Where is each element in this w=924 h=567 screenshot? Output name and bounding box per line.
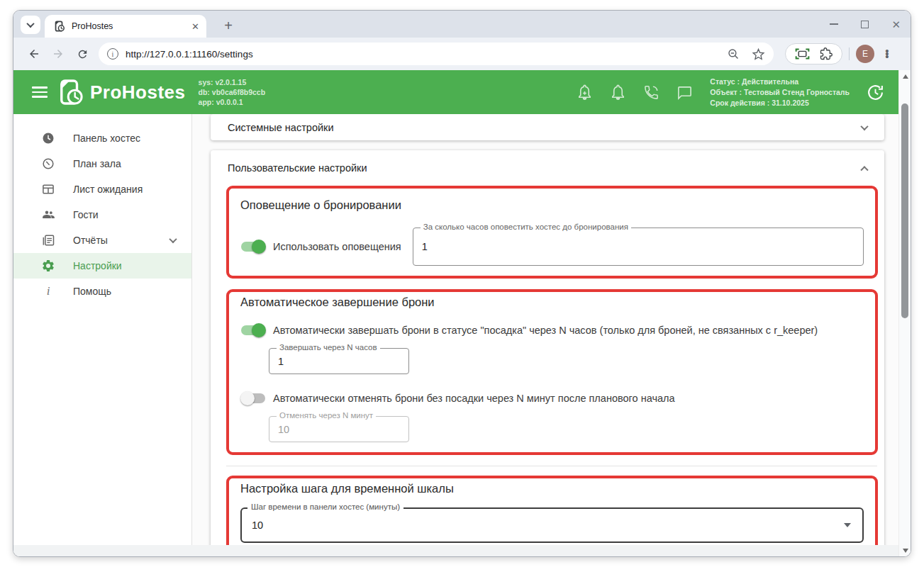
vertical-scrollbar[interactable] <box>898 70 911 556</box>
field-label: Отменять через N минут <box>277 411 376 420</box>
app-viewport: ProHostes sys: v2.0.1.15 db: vb0ca6f8b9c… <box>13 70 911 556</box>
license-info: Статус : Действительна Объект : Тестовый… <box>710 77 850 108</box>
hamburger-menu-icon[interactable] <box>32 86 48 98</box>
use-notifications-toggle[interactable] <box>240 240 266 254</box>
new-tab-button[interactable]: + <box>218 15 239 36</box>
info-icon: i <box>40 284 56 298</box>
bookmark-star-icon[interactable] <box>752 47 765 61</box>
maximize-button[interactable] <box>861 21 869 28</box>
group-heading: Автоматическое завершение брони <box>240 296 864 309</box>
bell-plus-icon <box>577 84 593 101</box>
build-app: app: v0.0.0.1 <box>199 97 266 107</box>
bottom-scroll-strip <box>13 545 898 556</box>
sidebar-item-hostess-panel[interactable]: Панель хостес <box>13 125 191 151</box>
tab-close-icon[interactable]: ✕ <box>191 22 199 31</box>
panel-system-settings[interactable]: Системные настройки <box>211 114 884 140</box>
gear-icon <box>40 259 56 273</box>
favicon-icon <box>55 21 65 32</box>
toggle-label: Автоматически завершать брони в статусе … <box>273 325 818 336</box>
select-value: 10 <box>242 520 844 531</box>
license-valid-until: Срок действия : 31.10.2025 <box>710 98 850 108</box>
scrollbar-thumb[interactable] <box>901 103 908 318</box>
toggle-label: Автоматически отменять брони без посадки… <box>273 393 675 404</box>
license-object: Объект : Тестовый Стенд Горносталь <box>710 87 850 98</box>
sidebar-item-floor-plan[interactable]: План зала <box>13 151 191 176</box>
finish-hours-field[interactable]: Завершать через N часов <box>269 348 409 374</box>
notifications-button[interactable] <box>610 84 626 101</box>
app-logo-icon <box>59 78 83 106</box>
browser-menu-button[interactable]: ••• <box>880 50 894 58</box>
cancel-minutes-input <box>269 424 408 435</box>
clock-filled-icon <box>40 131 56 145</box>
tab-strip: ProHostes ✕ + ✕ <box>13 11 911 38</box>
url-text[interactable]: http://127.0.0.1:11160/settings <box>126 49 727 60</box>
forward-button[interactable] <box>46 42 70 66</box>
profile-avatar[interactable]: E <box>856 45 874 63</box>
toggle-label: Использовать оповещения <box>273 241 401 252</box>
extensions-puzzle-icon[interactable] <box>820 47 833 60</box>
panel-user-settings: Пользовательские настройки Оповещение о … <box>211 150 884 545</box>
toolbar-separator <box>849 47 850 60</box>
site-info-icon[interactable]: i <box>107 48 118 60</box>
people-icon <box>40 208 56 222</box>
sidebar-item-reports[interactable]: Отчёты <box>13 228 191 253</box>
build-sys: sys: v2.0.1.15 <box>199 77 266 87</box>
dropdown-caret-icon <box>844 523 851 527</box>
reload-button[interactable] <box>70 42 94 66</box>
chevron-down-icon <box>169 235 177 243</box>
chat-bubble-icon <box>677 84 693 101</box>
finish-hours-input[interactable] <box>269 356 408 367</box>
reload-icon <box>77 48 89 60</box>
panel-title: Пользовательские настройки <box>228 162 862 174</box>
panel-user-header[interactable]: Пользовательские настройки <box>211 150 884 186</box>
auto-finish-toggle[interactable] <box>240 323 266 337</box>
scroll-up-arrow[interactable] <box>899 71 911 82</box>
field-label: Шаг времени в панели хостес (минуты) <box>247 503 403 511</box>
browser-tab[interactable]: ProHostes ✕ <box>45 15 206 38</box>
calls-button[interactable] <box>643 84 659 101</box>
browser-window: ProHostes ✕ + ✕ i http://127.0.0.1:11160… <box>13 10 911 557</box>
sidebar-item-help[interactable]: i Помощь <box>13 279 191 304</box>
clock-outline-icon <box>40 157 56 171</box>
group-heading: Настройка шага для временной шкалы <box>240 482 864 495</box>
divider <box>226 466 877 466</box>
notify-hours-input[interactable] <box>413 241 863 252</box>
sidebar-item-guests[interactable]: Гости <box>13 202 191 228</box>
forward-arrow-icon <box>52 47 65 60</box>
screenshot-frame-icon[interactable] <box>795 47 810 60</box>
minimize-button[interactable] <box>830 23 838 25</box>
address-bar[interactable]: i http://127.0.0.1:11160/settings <box>99 43 774 65</box>
chat-button[interactable] <box>677 84 693 101</box>
group-booking-notification: Оповещение о бронировании Использовать о… <box>226 186 878 279</box>
close-window-button[interactable]: ✕ <box>891 19 901 30</box>
group-auto-finish: Автоматическое завершение брони Автомати… <box>226 289 878 455</box>
sidebar-item-waiting-list[interactable]: Лист ожидания <box>13 176 191 202</box>
time-step-select[interactable]: Шаг времени в панели хостес (минуты) 10 <box>240 507 864 543</box>
auto-cancel-toggle[interactable] <box>240 391 266 405</box>
tab-title: ProHostes <box>72 21 191 31</box>
field-label: Завершать через N часов <box>277 343 380 352</box>
app-title: ProHostes <box>90 82 186 103</box>
settings-page: Системные настройки Пользовательские нас… <box>192 114 898 545</box>
chevron-up-icon <box>860 166 868 174</box>
history-refresh-icon <box>867 84 884 101</box>
chevron-down-icon <box>26 20 34 28</box>
group-time-step: Настройка шага для временной шкалы Шаг в… <box>226 476 878 545</box>
sidebar-item-settings[interactable]: Настройки <box>13 253 191 279</box>
refresh-license-button[interactable] <box>867 84 884 101</box>
add-alert-button[interactable] <box>577 84 593 101</box>
scroll-down-arrow[interactable] <box>899 545 911 556</box>
tab-search-button[interactable] <box>21 16 40 34</box>
panel-title: Системные настройки <box>228 122 862 133</box>
report-icon <box>40 233 56 247</box>
back-arrow-icon <box>28 47 40 60</box>
group-heading: Оповещение о бронировании <box>240 198 864 212</box>
toolbar-extensions-pill <box>785 43 842 64</box>
zoom-icon[interactable] <box>727 47 740 61</box>
license-status: Статус : Действительна <box>710 77 850 87</box>
notify-hours-field[interactable]: За сколько часов оповестить хостес до бр… <box>413 228 864 266</box>
chevron-down-icon <box>860 122 868 130</box>
back-button[interactable] <box>22 42 46 66</box>
sidebar-nav: Панель хостес План зала Лист ожидания Го… <box>13 114 192 545</box>
table-icon <box>40 182 56 196</box>
